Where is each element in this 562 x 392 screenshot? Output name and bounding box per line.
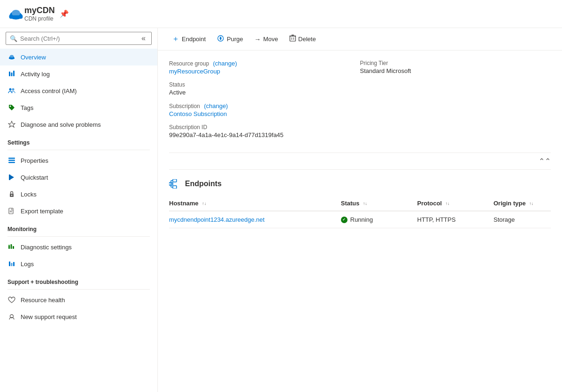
sidebar-item-tags-label: Tags (21, 104, 33, 111)
sidebar-item-new-support-request-label: New support request (21, 313, 77, 320)
endpoints-section-icon (169, 179, 180, 189)
delete-icon (289, 35, 296, 44)
hostname-link[interactable]: mycdnendpoint1234.azureedge.net (169, 216, 265, 223)
svg-rect-9 (9, 58, 15, 59)
sidebar-item-logs-label: Logs (21, 261, 34, 268)
status-block: Status Active (169, 81, 360, 102)
sidebar-item-export-template-label: Export template (21, 208, 63, 215)
status-label: Status (169, 81, 360, 88)
move-label: Move (263, 36, 278, 43)
svg-rect-27 (8, 245, 10, 249)
diagnose-icon (7, 120, 16, 129)
sidebar-item-tags[interactable]: Tags (0, 99, 157, 116)
col-origin-type[interactable]: Origin type ↑↓ (494, 196, 551, 211)
protocol-sort-icon[interactable]: ↑↓ (445, 202, 450, 206)
purge-button[interactable]: Purge (212, 32, 248, 46)
sidebar-item-overview[interactable]: Overview (0, 49, 157, 65)
svg-rect-36 (290, 36, 296, 41)
sidebar-item-resource-health[interactable]: Resource health (0, 291, 157, 308)
table-row[interactable]: mycdnendpoint1234.azureedge.net Running … (169, 211, 551, 228)
delete-label: Delete (298, 36, 316, 43)
subscription-block: Subscription (change) Contoso Subscripti… (169, 102, 360, 124)
sidebar-item-export-template[interactable]: Export template (0, 203, 157, 219)
status-sort-icon[interactable]: ↑↓ (363, 202, 367, 206)
add-endpoint-button[interactable]: ＋ Endpoint (167, 32, 210, 46)
svg-rect-31 (9, 261, 10, 266)
delete-button[interactable]: Delete (285, 32, 321, 46)
resource-group-change-link[interactable]: (change) (213, 60, 237, 67)
sidebar: 🔍 « Overview (0, 28, 158, 392)
sidebar-item-diagnostic-settings-label: Diagnostic settings (21, 244, 72, 251)
resource-group-block: Resource group (change) myResourceGroup (169, 60, 360, 81)
collapse-button[interactable]: ⌃⌃ (539, 157, 551, 166)
sidebar-item-access-control-label: Access control (IAM) (21, 87, 77, 94)
svg-rect-33 (13, 262, 15, 266)
sidebar-item-diagnostic-settings[interactable]: Diagnostic settings (0, 239, 157, 255)
sidebar-item-overview-label: Overview (21, 54, 46, 61)
svg-rect-20 (9, 174, 10, 180)
app-title: myCDN (24, 6, 55, 15)
content-area: Resource group (change) myResourceGroup … (158, 51, 562, 238)
resource-info-right: Pricing Tier Standard Microsoft (360, 60, 551, 145)
settings-section-label: Settings (0, 133, 157, 148)
col-protocol[interactable]: Protocol ↑↓ (417, 196, 494, 211)
svg-point-8 (10, 55, 14, 58)
sidebar-item-quickstart-label: Quickstart (21, 174, 48, 181)
move-icon: → (254, 36, 261, 43)
sidebar-item-diagnose[interactable]: Diagnose and solve problems (0, 116, 157, 133)
search-box: 🔍 « (6, 32, 152, 45)
settings-divider (7, 150, 150, 150)
properties-icon (7, 156, 16, 165)
resource-info-left: Resource group (change) myResourceGroup … (169, 60, 360, 145)
svg-rect-17 (8, 160, 15, 161)
add-icon: ＋ (172, 34, 179, 44)
svg-rect-4 (9, 15, 23, 18)
export-template-icon (7, 207, 16, 215)
col-hostname[interactable]: Hostname ↑↓ (169, 196, 341, 211)
pricing-tier-block: Pricing Tier Standard Microsoft (360, 60, 551, 81)
search-input[interactable] (20, 35, 140, 42)
svg-rect-12 (13, 71, 15, 76)
svg-rect-10 (9, 72, 10, 76)
col-status[interactable]: Status ↑↓ (341, 196, 417, 211)
cell-protocol: HTTP, HTTPS (417, 211, 494, 228)
table-header-row: Hostname ↑↓ Status ↑↓ Protocol ↑↓ Orig (169, 196, 551, 211)
support-request-icon (7, 312, 16, 321)
sidebar-item-quickstart[interactable]: Quickstart (0, 169, 157, 186)
subscription-id-block: Subscription ID 99e290a7-4a1a-4e1c-9a14-… (169, 124, 360, 145)
origin-type-sort-icon[interactable]: ↑↓ (529, 202, 533, 206)
sidebar-item-locks[interactable]: Locks (0, 186, 157, 203)
status-running: Running (341, 216, 412, 223)
pricing-tier-value: Standard Microsoft (360, 67, 551, 74)
hostname-sort-icon[interactable]: ↑↓ (202, 202, 206, 206)
svg-rect-11 (11, 73, 13, 76)
sidebar-item-activity-log[interactable]: Activity log (0, 65, 157, 82)
move-button[interactable]: → Move (250, 33, 283, 45)
sidebar-item-resource-health-label: Resource health (21, 297, 65, 304)
app-subtitle: CDN profile (24, 15, 55, 22)
sidebar-item-new-support-request[interactable]: New support request (0, 308, 157, 325)
pricing-tier-label: Pricing Tier (360, 60, 551, 66)
sidebar-item-logs[interactable]: Logs (0, 255, 157, 272)
access-control-icon (7, 87, 16, 95)
subscription-change-link[interactable]: (change) (204, 102, 228, 109)
status-running-dot (341, 217, 348, 223)
collapse-sidebar-button[interactable]: « (140, 34, 148, 43)
cell-status: Running (341, 211, 417, 228)
svg-rect-28 (11, 244, 12, 249)
sidebar-item-access-control[interactable]: Access control (IAM) (0, 82, 157, 99)
endpoints-table: Hostname ↑↓ Status ↑↓ Protocol ↑↓ Orig (169, 196, 551, 228)
activity-log-icon (7, 70, 16, 78)
lock-icon (7, 190, 16, 198)
subscription-value-link[interactable]: Contoso Subscription (169, 110, 227, 117)
quickstart-icon (7, 173, 16, 181)
svg-point-22 (11, 195, 12, 196)
pin-icon[interactable]: 📌 (59, 9, 69, 18)
resource-group-value-link[interactable]: myResourceGroup (169, 68, 220, 75)
subscription-id-value: 99e290a7-4a1a-4e1c-9a14-d77d1319fa45 (169, 131, 360, 138)
svg-rect-43 (173, 186, 177, 189)
toolbar: ＋ Endpoint Purge → Move (158, 28, 562, 51)
sidebar-item-diagnose-label: Diagnose and solve problems (21, 121, 101, 128)
sidebar-item-properties[interactable]: Properties (0, 152, 157, 169)
svg-point-13 (9, 88, 12, 91)
